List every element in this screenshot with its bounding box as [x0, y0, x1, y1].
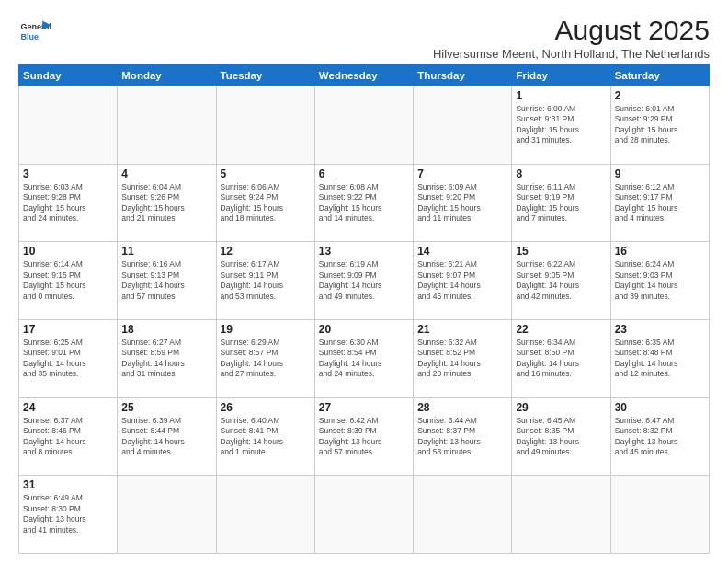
day-sun-info: Sunrise: 6:17 AM Sunset: 9:11 PM Dayligh…	[221, 259, 311, 302]
day-sun-info: Sunrise: 6:12 AM Sunset: 9:17 PM Dayligh…	[615, 182, 705, 224]
day-sun-info: Sunrise: 6:40 AM Sunset: 8:41 PM Dayligh…	[221, 416, 311, 458]
page: General Blue August 2025 Hilversumse Mee…	[0, 0, 728, 563]
calendar-cell	[216, 476, 314, 554]
calendar-cell: 6Sunrise: 6:08 AM Sunset: 9:22 PM Daylig…	[314, 164, 413, 242]
calendar-cell: 17Sunrise: 6:25 AM Sunset: 9:01 PM Dayli…	[19, 319, 118, 397]
weekday-header-friday: Friday	[512, 65, 610, 86]
calendar-week-row: 17Sunrise: 6:25 AM Sunset: 9:01 PM Dayli…	[19, 319, 710, 397]
day-sun-info: Sunrise: 6:42 AM Sunset: 8:39 PM Dayligh…	[319, 416, 409, 458]
calendar-cell: 24Sunrise: 6:37 AM Sunset: 8:46 PM Dayli…	[19, 397, 118, 476]
calendar-header: SundayMondayTuesdayWednesdayThursdayFrid…	[19, 65, 710, 86]
calendar-cell	[19, 86, 118, 165]
day-number: 13	[319, 245, 409, 258]
calendar-cell: 2Sunrise: 6:01 AM Sunset: 9:29 PM Daylig…	[610, 86, 709, 165]
calendar-cell: 3Sunrise: 6:03 AM Sunset: 9:28 PM Daylig…	[19, 164, 118, 242]
day-number: 22	[516, 323, 606, 336]
day-number: 14	[417, 245, 507, 258]
day-number: 23	[615, 323, 705, 336]
day-sun-info: Sunrise: 6:44 AM Sunset: 8:37 PM Dayligh…	[417, 416, 507, 458]
day-number: 12	[221, 245, 311, 258]
day-number: 3	[23, 167, 113, 180]
day-sun-info: Sunrise: 6:19 AM Sunset: 9:09 PM Dayligh…	[319, 259, 409, 302]
day-sun-info: Sunrise: 6:32 AM Sunset: 8:52 PM Dayligh…	[417, 338, 507, 380]
day-sun-info: Sunrise: 6:06 AM Sunset: 9:24 PM Dayligh…	[221, 182, 311, 224]
calendar-cell: 4Sunrise: 6:04 AM Sunset: 9:26 PM Daylig…	[118, 164, 216, 242]
day-number: 6	[319, 167, 409, 180]
day-number: 19	[221, 323, 311, 336]
day-sun-info: Sunrise: 6:08 AM Sunset: 9:22 PM Dayligh…	[319, 182, 409, 224]
day-sun-info: Sunrise: 6:25 AM Sunset: 9:01 PM Dayligh…	[23, 338, 113, 380]
calendar-cell: 5Sunrise: 6:06 AM Sunset: 9:24 PM Daylig…	[216, 164, 314, 242]
day-number: 2	[615, 89, 705, 102]
calendar-table: SundayMondayTuesdayWednesdayThursdayFrid…	[18, 64, 710, 554]
day-number: 1	[516, 89, 606, 102]
calendar-cell: 8Sunrise: 6:11 AM Sunset: 9:19 PM Daylig…	[512, 164, 610, 242]
title-block: August 2025 Hilversumse Meent, North Hol…	[51, 15, 710, 61]
calendar-cell	[216, 86, 314, 165]
calendar-cell: 25Sunrise: 6:39 AM Sunset: 8:44 PM Dayli…	[118, 397, 216, 476]
day-number: 27	[319, 401, 409, 414]
day-number: 24	[23, 401, 113, 414]
calendar-cell: 29Sunrise: 6:45 AM Sunset: 8:35 PM Dayli…	[512, 397, 610, 476]
calendar-cell: 28Sunrise: 6:44 AM Sunset: 8:37 PM Dayli…	[414, 397, 512, 476]
day-number: 28	[417, 401, 507, 414]
day-number: 16	[615, 245, 705, 258]
day-number: 21	[417, 323, 507, 336]
day-number: 10	[23, 245, 113, 258]
calendar-cell: 26Sunrise: 6:40 AM Sunset: 8:41 PM Dayli…	[216, 397, 314, 476]
day-sun-info: Sunrise: 6:03 AM Sunset: 9:28 PM Dayligh…	[23, 182, 113, 224]
day-sun-info: Sunrise: 6:29 AM Sunset: 8:57 PM Dayligh…	[221, 338, 311, 380]
day-sun-info: Sunrise: 6:35 AM Sunset: 8:48 PM Dayligh…	[615, 338, 705, 380]
weekday-header-thursday: Thursday	[414, 65, 512, 86]
day-number: 29	[516, 401, 606, 414]
weekday-header-sunday: Sunday	[19, 65, 118, 86]
day-number: 31	[23, 478, 113, 491]
day-sun-info: Sunrise: 6:16 AM Sunset: 9:13 PM Dayligh…	[121, 259, 211, 302]
calendar-cell	[610, 476, 709, 554]
calendar-cell: 19Sunrise: 6:29 AM Sunset: 8:57 PM Dayli…	[216, 319, 314, 397]
calendar-cell: 10Sunrise: 6:14 AM Sunset: 9:15 PM Dayli…	[19, 242, 118, 320]
location-subtitle: Hilversumse Meent, North Holland, The Ne…	[51, 47, 710, 61]
calendar-cell: 20Sunrise: 6:30 AM Sunset: 8:54 PM Dayli…	[314, 319, 413, 397]
svg-text:Blue: Blue	[20, 32, 39, 41]
day-sun-info: Sunrise: 6:45 AM Sunset: 8:35 PM Dayligh…	[516, 416, 606, 458]
day-number: 4	[121, 167, 211, 180]
day-number: 8	[516, 167, 606, 180]
weekday-header-saturday: Saturday	[610, 65, 709, 86]
calendar-cell	[118, 86, 216, 165]
calendar-cell: 18Sunrise: 6:27 AM Sunset: 8:59 PM Dayli…	[118, 319, 216, 397]
day-number: 9	[615, 167, 705, 180]
day-sun-info: Sunrise: 6:22 AM Sunset: 9:05 PM Dayligh…	[516, 259, 606, 302]
calendar-week-row: 10Sunrise: 6:14 AM Sunset: 9:15 PM Dayli…	[19, 242, 710, 320]
weekday-header-wednesday: Wednesday	[314, 65, 413, 86]
day-sun-info: Sunrise: 6:30 AM Sunset: 8:54 PM Dayligh…	[319, 338, 409, 380]
calendar-week-row: 1Sunrise: 6:00 AM Sunset: 9:31 PM Daylig…	[19, 86, 710, 165]
header: General Blue August 2025 Hilversumse Mee…	[18, 15, 710, 61]
calendar-cell: 9Sunrise: 6:12 AM Sunset: 9:17 PM Daylig…	[610, 164, 709, 242]
calendar-cell: 27Sunrise: 6:42 AM Sunset: 8:39 PM Dayli…	[314, 397, 413, 476]
calendar-cell: 21Sunrise: 6:32 AM Sunset: 8:52 PM Dayli…	[414, 319, 512, 397]
generalblue-logo-icon: General Blue	[18, 15, 51, 48]
day-sun-info: Sunrise: 6:00 AM Sunset: 9:31 PM Dayligh…	[516, 104, 606, 146]
calendar-cell	[414, 86, 512, 165]
calendar-cell: 1Sunrise: 6:00 AM Sunset: 9:31 PM Daylig…	[512, 86, 610, 165]
calendar-cell: 30Sunrise: 6:47 AM Sunset: 8:32 PM Dayli…	[610, 397, 709, 476]
calendar-cell: 22Sunrise: 6:34 AM Sunset: 8:50 PM Dayli…	[512, 319, 610, 397]
day-number: 30	[615, 401, 705, 414]
calendar-cell: 11Sunrise: 6:16 AM Sunset: 9:13 PM Dayli…	[118, 242, 216, 320]
calendar-week-row: 24Sunrise: 6:37 AM Sunset: 8:46 PM Dayli…	[19, 397, 710, 476]
day-number: 5	[221, 167, 311, 180]
calendar-week-row: 3Sunrise: 6:03 AM Sunset: 9:28 PM Daylig…	[19, 164, 710, 242]
weekday-header-monday: Monday	[118, 65, 216, 86]
calendar-cell: 14Sunrise: 6:21 AM Sunset: 9:07 PM Dayli…	[414, 242, 512, 320]
day-number: 26	[221, 401, 311, 414]
day-sun-info: Sunrise: 6:24 AM Sunset: 9:03 PM Dayligh…	[615, 259, 705, 302]
calendar-cell: 31Sunrise: 6:49 AM Sunset: 8:30 PM Dayli…	[19, 476, 118, 554]
day-sun-info: Sunrise: 6:37 AM Sunset: 8:46 PM Dayligh…	[23, 416, 113, 458]
calendar-cell: 15Sunrise: 6:22 AM Sunset: 9:05 PM Dayli…	[512, 242, 610, 320]
calendar-cell: 16Sunrise: 6:24 AM Sunset: 9:03 PM Dayli…	[610, 242, 709, 320]
day-sun-info: Sunrise: 6:49 AM Sunset: 8:30 PM Dayligh…	[23, 493, 113, 535]
day-sun-info: Sunrise: 6:47 AM Sunset: 8:32 PM Dayligh…	[615, 416, 705, 458]
calendar-cell	[414, 476, 512, 554]
calendar-week-row: 31Sunrise: 6:49 AM Sunset: 8:30 PM Dayli…	[19, 476, 710, 554]
